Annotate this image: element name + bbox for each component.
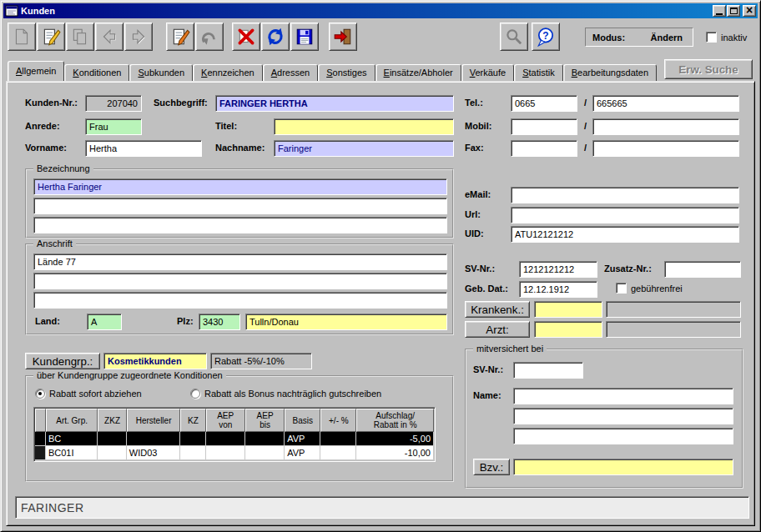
mobil-number-field[interactable]: [592, 118, 739, 135]
tab-allgemein[interactable]: Allgemein: [8, 61, 64, 81]
tab-label: Statistik: [522, 68, 555, 78]
kundengruppe-name-field[interactable]: Kosmetikkunden: [103, 353, 207, 369]
vorname-field[interactable]: Hertha: [85, 140, 202, 157]
mitversichert-name-label: Name:: [473, 390, 501, 400]
tel-separator: /: [584, 98, 587, 108]
window-icon: [5, 4, 18, 18]
mitversichert-group-title: mitversichert bei: [473, 344, 547, 354]
tab-adressen[interactable]: Adressen: [263, 64, 318, 81]
save-button[interactable]: [290, 23, 319, 51]
cell: [245, 432, 285, 446]
bezeichnung-group-title: Bezeichnung: [33, 163, 93, 173]
krankenkasse-code-field[interactable]: [534, 301, 602, 318]
delete-button[interactable]: [232, 23, 260, 51]
anschrift-line1-field[interactable]: Lände 77: [33, 253, 447, 270]
tel-number-field[interactable]: 665665: [592, 95, 739, 112]
undo-button: [195, 23, 224, 51]
tab-sonstiges[interactable]: Sonstiges: [318, 64, 375, 81]
maximize-button[interactable]: [727, 5, 740, 17]
ort-field[interactable]: Tulln/Donau: [245, 314, 447, 330]
krankenkasse-button[interactable]: Krankenk.:: [465, 301, 530, 318]
mitversichert-sv-label: SV-Nr.:: [473, 364, 503, 374]
konditionen-group-title: über Kundengruppe zugeordnete Konditione…: [33, 370, 226, 380]
mobil-prefix-field[interactable]: [511, 118, 577, 135]
titel-field[interactable]: [274, 118, 454, 135]
url-field[interactable]: [511, 207, 739, 223]
anschrift-line2-field[interactable]: [33, 273, 447, 289]
cell: [98, 446, 126, 460]
bezeichnung-line3-field[interactable]: [33, 217, 447, 233]
zusatz-nr-field[interactable]: [664, 261, 741, 278]
sv-nr-label: SV-Nr.:: [465, 263, 495, 274]
tab-einsaetze-abholer[interactable]: Einsätze/Abholer: [375, 64, 461, 81]
memo-icon: [170, 27, 190, 47]
arzt-button[interactable]: Arzt:: [465, 321, 530, 338]
email-field[interactable]: [511, 187, 739, 203]
kundengruppe-rabatt-field: Rabatt -5%/-10%: [210, 353, 312, 369]
exit-button[interactable]: [329, 23, 357, 51]
memo-button[interactable]: [166, 23, 194, 51]
radio-rabatt-sofort[interactable]: [35, 389, 45, 399]
table-row[interactable]: BC01I WID03 AVP -10,00: [35, 446, 434, 460]
status-field: FARINGER: [15, 496, 749, 519]
maximize-icon: [730, 8, 738, 14]
bzv-field[interactable]: [513, 459, 733, 475]
mitversichert-name2-field[interactable]: [513, 408, 733, 424]
mitversichert-name3-field[interactable]: [513, 428, 733, 444]
geb-dat-field[interactable]: 12.12.1912: [519, 281, 597, 298]
tab-verkaeufe[interactable]: Verkäufe: [461, 64, 514, 81]
tab-label: Kennzeichen: [201, 68, 255, 78]
arzt-code-field[interactable]: [534, 321, 602, 338]
col-basis: Basis: [285, 409, 320, 432]
refresh-button[interactable]: [261, 23, 290, 51]
modus-label: Modus:: [592, 33, 625, 43]
suchbegriff-field[interactable]: FARINGER HERTHA: [215, 95, 454, 112]
cell: BC: [46, 432, 98, 446]
uid-field[interactable]: ATU12121212: [511, 226, 739, 243]
help-icon: ?: [536, 27, 556, 47]
fax-number-field[interactable]: [592, 140, 739, 157]
bzv-button[interactable]: Bzv.:: [473, 459, 510, 475]
sv-nr-field[interactable]: 1212121212: [519, 261, 597, 278]
forward-button: [124, 23, 153, 51]
bezeichnung-line2-field[interactable]: [33, 198, 447, 214]
tab-konditionen[interactable]: Konditionen: [64, 64, 129, 81]
mobil-separator: /: [584, 121, 587, 131]
nachname-field[interactable]: Faringer: [274, 140, 454, 157]
tab-subkunden[interactable]: Subkunden: [129, 64, 193, 81]
anrede-field[interactable]: Frau: [85, 118, 142, 135]
refresh-icon: [265, 27, 285, 47]
mitversichert-sv-field[interactable]: [513, 362, 583, 379]
plz-field[interactable]: 3430: [199, 314, 240, 330]
svg-text:?: ?: [542, 30, 548, 42]
inaktiv-checkbox[interactable]: [706, 32, 717, 43]
tab-bearbeitungsdaten[interactable]: Bearbeitungsdaten: [563, 64, 657, 81]
land-field[interactable]: A: [87, 314, 122, 330]
table-row[interactable]: BC AVP -5,00: [35, 432, 434, 446]
inaktiv-label: inaktiv: [721, 33, 747, 43]
cell: [98, 432, 126, 446]
kundengruppe-button[interactable]: Kundengrp.:: [25, 353, 100, 369]
anschrift-line3-field[interactable]: [33, 292, 447, 309]
cell: AVP: [285, 432, 320, 446]
tab-kennzeichen[interactable]: Kennzeichen: [193, 64, 263, 81]
close-button[interactable]: [743, 5, 756, 17]
app-window: Kunden: [0, 0, 761, 532]
cell: [127, 432, 181, 446]
col-aufschlag: Aufschlag/ Rabatt in %: [356, 409, 434, 432]
row-selector-cell: [35, 446, 46, 460]
tel-prefix-field[interactable]: 0665: [511, 95, 577, 112]
tab-statistik[interactable]: Statistik: [514, 64, 563, 81]
minimize-button[interactable]: [713, 5, 726, 17]
gebuehrenfrei-checkbox[interactable]: [616, 283, 627, 294]
cell: [206, 432, 245, 446]
fax-prefix-field[interactable]: [511, 140, 577, 157]
radio-rabatt-bonus[interactable]: [190, 389, 200, 399]
search-button: [500, 23, 528, 51]
cell: WID03: [127, 446, 181, 460]
mitversichert-name1-field[interactable]: [513, 388, 733, 404]
help-button[interactable]: ?: [532, 23, 560, 51]
kunden-nr-field[interactable]: 207040: [85, 95, 142, 112]
edit-button[interactable]: [37, 23, 65, 51]
bezeichnung-line1-field[interactable]: Hertha Faringer: [33, 178, 447, 195]
